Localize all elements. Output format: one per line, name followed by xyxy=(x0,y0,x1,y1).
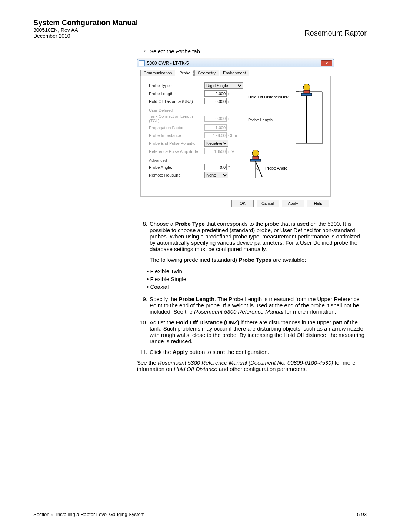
step-10: 10. Adjust the Hold Off Distance (UNZ) i… xyxy=(137,319,367,344)
doc-date: December 2010 xyxy=(33,33,138,39)
svg-point-9 xyxy=(303,84,310,91)
header-rule xyxy=(33,39,367,39)
step-8-para2: The following predefined (standard) Prob… xyxy=(150,257,367,263)
probe-types-list: Flexible Twin Flexible Single Coaxial xyxy=(147,268,367,290)
label-pep: Probe End Pulse Polarity: xyxy=(149,141,204,145)
step-9: 9. Specify the Probe Length. The Probe L… xyxy=(137,296,367,315)
diagram-label-probe-angle: Probe Angle xyxy=(265,166,287,170)
ok-button[interactable]: OK xyxy=(231,200,254,207)
group-user-defined: User Defined xyxy=(149,108,245,113)
select-probe-type[interactable]: Rigid Single xyxy=(204,82,243,89)
label-remote-housing: Remote Housung: xyxy=(149,173,204,177)
doc-title: System Configuration Manual xyxy=(33,19,138,27)
window-icon xyxy=(139,60,145,66)
input-probe-length[interactable] xyxy=(204,90,227,97)
dialog-title: 5300 GWR - LT-TK-5 xyxy=(147,61,189,66)
apply-button[interactable]: Apply xyxy=(282,200,304,207)
probe-diagram: Hold Off Distance/UNZ Probe Length xyxy=(248,81,326,147)
doc-number: 300510EN, Rev AA xyxy=(33,27,138,33)
input-pf xyxy=(204,124,227,131)
dialog-titlebar: 5300 GWR - LT-TK-5 x xyxy=(137,59,334,67)
step-8: 8. Choose a Probe Type that corresponds … xyxy=(137,221,367,252)
input-pi xyxy=(204,132,227,138)
input-probe-angle[interactable] xyxy=(204,164,227,170)
svg-rect-15 xyxy=(250,159,261,161)
step-7: 7. Select the Probe tab. xyxy=(137,48,367,54)
diagram-svg xyxy=(248,81,326,147)
label-probe-length: Probe Length : xyxy=(149,91,204,96)
input-hold-off[interactable] xyxy=(204,98,227,104)
tab-communication[interactable]: Communication xyxy=(140,70,175,76)
label-hold-off: Hold Off Distance (UNZ) : xyxy=(149,99,204,104)
svg-rect-11 xyxy=(301,93,312,96)
input-rpa xyxy=(204,148,227,154)
close-icon[interactable]: x xyxy=(321,60,332,66)
list-item: Flexible Single xyxy=(147,276,367,282)
svg-rect-10 xyxy=(304,90,310,93)
footer-section: Section 5. Installing a Raptor Level Gau… xyxy=(33,512,145,517)
unit-m: m xyxy=(228,91,239,96)
list-item: Flexible Twin xyxy=(147,268,367,274)
select-pep: Negative xyxy=(204,140,228,147)
svg-line-17 xyxy=(256,161,262,177)
dialog-tabs: Communication Probe Geometry Environment xyxy=(137,67,334,76)
help-button[interactable]: Help xyxy=(307,200,329,207)
step-11: 11. Click the Apply button to store the … xyxy=(137,349,367,355)
svg-rect-14 xyxy=(253,156,259,159)
group-advanced: Advanced xyxy=(149,158,245,163)
svg-point-13 xyxy=(252,150,259,157)
diagram-label-probe-length: Probe Length xyxy=(248,118,273,122)
closing-paragraph: See the Rosemount 5300 Reference Manual … xyxy=(137,359,367,372)
select-remote-housing[interactable]: None xyxy=(204,172,228,178)
tab-geometry[interactable]: Geometry xyxy=(194,70,219,76)
footer-page: 5-93 xyxy=(357,512,367,517)
probe-dialog: 5300 GWR - LT-TK-5 x Communication Probe… xyxy=(137,59,334,211)
probe-angle-diagram: Probe Angle xyxy=(248,147,326,181)
tab-probe[interactable]: Probe xyxy=(176,70,193,76)
tab-environment[interactable]: Environment xyxy=(220,70,249,76)
cancel-button[interactable]: Cancel xyxy=(257,200,279,207)
list-item: Coaxial xyxy=(147,284,367,290)
label-pi: Probe Impedance: xyxy=(149,133,204,138)
input-tcl xyxy=(204,116,227,122)
label-tcl: Tank Connection Length (TCL): xyxy=(149,114,204,123)
label-probe-type: Probe Type : xyxy=(149,83,204,88)
diagram-label-hold-off: Hold Off Distance/UNZ xyxy=(248,95,290,99)
unit-m2: m xyxy=(228,99,239,104)
label-pf: Propagation Factor: xyxy=(149,126,204,130)
product-name: Rosemount Raptor xyxy=(304,29,367,37)
label-probe-angle: Probe Angle: xyxy=(149,165,204,170)
label-rpa: Reference Pulse Amplitude: xyxy=(149,149,204,154)
